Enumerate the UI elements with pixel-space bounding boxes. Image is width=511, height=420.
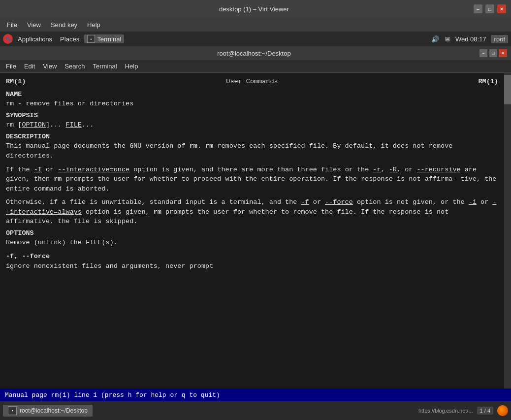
terminal-window-controls: – □ ✕ <box>479 49 507 57</box>
term-menu-view[interactable]: View <box>39 62 61 71</box>
man-options-section: OPTIONS Remove (unlink) the FILE(s). -f,… <box>6 228 498 271</box>
man-description-section: DESCRIPTION This manual page documents t… <box>6 132 498 226</box>
term-menu-file[interactable]: File <box>2 62 20 71</box>
gnome-panel-left: 🐾 Applications Places ▪ Terminal <box>3 34 124 44</box>
man-desc-para2: If the -I or --interactive=once option i… <box>6 165 498 194</box>
man-name-content: rm - remove files or directories <box>6 99 498 109</box>
man-synopsis-label: SYNOPSIS <box>6 111 498 121</box>
gnome-display-icon: 🖥 <box>444 35 450 43</box>
man-desc-para3: Otherwise, if a file is unwritable, stan… <box>6 197 498 226</box>
virt-viewer-title-bar: desktop (1) – Virt Viewer – □ ✕ <box>0 0 511 18</box>
virt-close-button[interactable]: ✕ <box>497 4 506 13</box>
bottom-url: https://blog.csdn.net/... <box>418 408 473 414</box>
terminal-menu-bar: File Edit View Search Terminal Help <box>0 60 511 73</box>
terminal-content-area: RM(1) User Commands RM(1) NAME rm - remo… <box>0 73 511 388</box>
man-options-para1: Remove (unlink) the FILE(s). <box>6 238 498 248</box>
man-name-label: NAME <box>6 90 498 99</box>
terminal-taskbar-icon: ▪ <box>87 35 95 43</box>
terminal-title: root@localhost:~/Desktop <box>29 50 479 57</box>
page-indicator: 1 / 4 <box>477 407 493 415</box>
man-page-header: RM(1) User Commands RM(1) <box>6 77 498 87</box>
gnome-places-menu[interactable]: Places <box>57 34 82 44</box>
gnome-user: root <box>491 35 508 43</box>
man-options-para2: -f, --force <box>6 252 498 261</box>
gnome-panel-right: 🔊 🖥 Wed 08:17 root <box>431 35 508 43</box>
scrollbar-thumb[interactable] <box>504 75 511 104</box>
terminal-title-bar: root@localhost:~/Desktop – □ ✕ <box>0 46 511 60</box>
gnome-volume-icon[interactable]: 🔊 <box>431 35 439 43</box>
gnome-top-panel: 🐾 Applications Places ▪ Terminal 🔊 🖥 Wed… <box>0 32 511 46</box>
terminal-scrollbar[interactable] <box>504 73 511 388</box>
man-desc-para1: This manual page documents the GNU versi… <box>6 141 498 161</box>
virt-menu-help[interactable]: Help <box>82 20 105 30</box>
virt-maximize-button[interactable]: □ <box>485 4 494 13</box>
firefox-icon[interactable] <box>497 405 508 416</box>
virt-menu-sendkey[interactable]: Send key <box>46 20 82 30</box>
term-close-button[interactable]: ✕ <box>499 49 507 57</box>
virt-menu-file[interactable]: File <box>2 20 22 30</box>
gnome-datetime: Wed 08:17 <box>455 35 486 43</box>
man-description-label: DESCRIPTION <box>6 132 498 142</box>
man-header-center: User Commands <box>226 77 278 87</box>
man-synopsis-section: SYNOPSIS rm [OPTION]... FILE... <box>6 111 498 130</box>
virt-viewer-window: desktop (1) – Virt Viewer – □ ✕ File Vie… <box>0 0 511 420</box>
man-name-section: NAME rm - remove files or directories <box>6 90 498 109</box>
virt-minimize-button[interactable]: – <box>474 4 482 13</box>
term-menu-search[interactable]: Search <box>61 62 89 71</box>
term-menu-terminal[interactable]: Terminal <box>89 62 121 71</box>
gnome-terminal-label: Terminal <box>97 35 121 43</box>
bottom-taskbar: ▪ root@localhost:~/Desktop https://blog.… <box>0 401 511 420</box>
taskbar-terminal-label: root@localhost:~/Desktop <box>20 407 88 414</box>
status-bar-text: Manual page rm(1) line 1 (press h for he… <box>5 391 220 399</box>
gnome-app-icon: 🐾 <box>3 34 13 44</box>
man-options-label: OPTIONS <box>6 228 498 238</box>
gnome-terminal-button[interactable]: ▪ Terminal <box>84 34 124 43</box>
man-header-right: RM(1) <box>478 77 498 87</box>
virt-viewer-window-controls: – □ ✕ <box>474 4 506 13</box>
man-synopsis-content: rm [OPTION]... FILE... <box>6 120 498 130</box>
term-menu-edit[interactable]: Edit <box>20 62 39 71</box>
terminal-content[interactable]: RM(1) User Commands RM(1) NAME rm - remo… <box>0 73 504 388</box>
term-maximize-button[interactable]: □ <box>489 49 497 57</box>
man-page-status-bar: Manual page rm(1) line 1 (press h for he… <box>0 388 511 401</box>
term-menu-help[interactable]: Help <box>121 62 142 71</box>
virt-viewer-title: desktop (1) – Virt Viewer <box>34 5 474 13</box>
taskbar-terminal-icon: ▪ <box>8 406 17 415</box>
term-minimize-button[interactable]: – <box>479 49 487 57</box>
taskbar-terminal-item[interactable]: ▪ root@localhost:~/Desktop <box>3 405 93 417</box>
virt-viewer-menu-bar: File View Send key Help <box>0 18 511 32</box>
man-options-para3: ignore nonexistent files and arguments, … <box>6 261 498 271</box>
virt-menu-view[interactable]: View <box>22 20 46 30</box>
bottom-right-area: https://blog.csdn.net/... 1 / 4 <box>418 405 508 416</box>
man-header-left: RM(1) <box>6 77 26 87</box>
terminal-window: root@localhost:~/Desktop – □ ✕ File Edit… <box>0 46 511 401</box>
gnome-applications-menu[interactable]: Applications <box>15 34 55 44</box>
